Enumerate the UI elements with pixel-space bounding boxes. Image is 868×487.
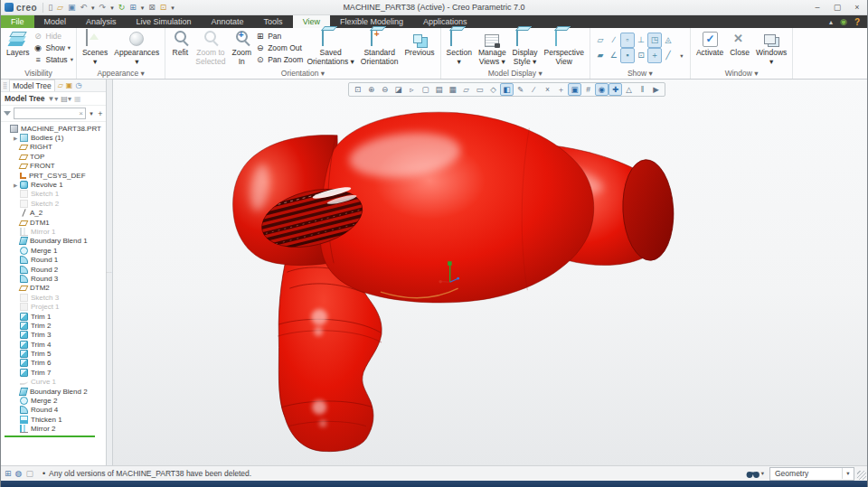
spacer[interactable] [675, 33, 689, 48]
tree-columns-icon[interactable]: ▤▾ [61, 95, 71, 103]
tree-item[interactable]: ▶ Bodies (1) [1, 133, 106, 142]
expand-arrow-icon[interactable]: ▶ [14, 136, 20, 141]
refit-button[interactable]: Refit [168, 29, 192, 59]
tree-item[interactable]: ▶ Curve 1 [1, 378, 106, 387]
status-button[interactable]: ≡Status▾ [33, 54, 73, 65]
zoom-in-button[interactable]: Zoom In [229, 29, 254, 67]
axis-tag-display-toggle[interactable]: ∕ [607, 33, 621, 48]
model-tree-tab[interactable]: Model Tree [9, 80, 55, 91]
tree-item[interactable]: ▶ Trim 1 [1, 312, 106, 321]
point-display-toggle[interactable]: ▪ [620, 48, 635, 63]
redo-icon[interactable]: ↷ [99, 3, 108, 13]
connections-icon[interactable]: ◍ [15, 469, 23, 478]
tree-item[interactable]: ▶ Trim 6 [1, 359, 106, 368]
tree-item[interactable]: ▶ TOP [1, 152, 106, 161]
undo-icon[interactable]: ↶ [80, 3, 89, 13]
minimize-ribbon-icon[interactable]: ▴ [829, 18, 833, 26]
plane-display-toggle[interactable]: ▰ [593, 48, 608, 63]
expand-all-icon[interactable]: + [97, 109, 104, 118]
tree-item[interactable]: ▶ Mirror 1 [1, 227, 106, 236]
tree-item[interactable]: ▶ MACHINE_PART38.PRT [1, 124, 106, 133]
search-dropdown-icon[interactable]: ▾ [88, 110, 95, 117]
tree-item[interactable]: ▶ Round 1 [1, 255, 106, 264]
tree-item[interactable]: ▶ Boundary Blend 1 [1, 237, 106, 246]
csys-display-toggle[interactable]: ⊡ [634, 48, 648, 63]
tree-item[interactable]: ▶ Trim 4 [1, 340, 106, 349]
activate-button[interactable]: Activate [693, 29, 726, 59]
spin-center-toggle[interactable]: ＋ [647, 48, 662, 63]
tree-item[interactable]: ▶ Mirror 2 [1, 425, 106, 434]
tree-settings-icon[interactable]: ▦ [74, 95, 81, 103]
favorites-icon[interactable]: ▣ [66, 81, 73, 89]
minimize-button[interactable]: – [807, 1, 827, 14]
tree-item[interactable]: ▶ Sketch 3 [1, 293, 106, 302]
redo-dropdown-icon[interactable]: ▾ [109, 3, 115, 13]
previous-view-button[interactable]: Previous [401, 29, 437, 59]
undo-dropdown-icon[interactable]: ▾ [90, 3, 96, 13]
model-check-icon[interactable]: ▢ [25, 469, 33, 478]
tree-item[interactable]: ▶ RIGHT [1, 143, 106, 152]
panel-splitter[interactable]: ⋮ [107, 80, 113, 465]
zoom-out-button[interactable]: ⊖Zoom Out [255, 42, 303, 53]
pan-button[interactable]: ⊞Pan [255, 31, 303, 42]
graphics-area[interactable]: ⊡⊕⊖◪▹▢▤▦▱▭◇◧✎∕×＋▣#◉✚△‖▶ [113, 80, 867, 465]
tree-item[interactable]: ▶ Thicken 1 [1, 415, 106, 424]
appearances-button[interactable]: Appearances ▾ [111, 29, 162, 67]
tree-item[interactable]: ▶ Trim 5 [1, 349, 106, 358]
close-window-button[interactable]: Close [727, 29, 752, 59]
tree-item[interactable]: ▶ Sketch 1 [1, 190, 106, 199]
maximize-button[interactable]: ▢ [827, 1, 847, 14]
tree-item[interactable]: ▶ Revolve 1 [1, 180, 106, 189]
insert-here-indicator[interactable] [5, 435, 95, 437]
history-icon[interactable]: ◷ [75, 81, 81, 89]
dragger-display-toggle[interactable]: ◬ [661, 33, 675, 48]
plane-tag-display-toggle[interactable]: ▱ [593, 33, 608, 48]
show-more-dropdown[interactable]: ▾ [675, 48, 689, 63]
saved-orientations-button[interactable]: Saved Orientations ▾ [304, 29, 356, 67]
save-icon[interactable]: ▣ [67, 3, 77, 13]
open-file-icon[interactable]: ▱ [56, 3, 64, 13]
tab-applications[interactable]: Applications [413, 15, 477, 28]
tree-item[interactable]: ▶ Round 3 [1, 274, 106, 283]
display-style-button[interactable]: Display Style ▾ [510, 29, 541, 67]
perspective-view-button[interactable]: Perspective View [541, 29, 586, 67]
user-account-icon[interactable]: ◉ [840, 17, 847, 26]
tree-item[interactable]: ▶ FRONT [1, 162, 106, 171]
tab-file[interactable]: File [1, 15, 34, 28]
tree-item[interactable]: ▶ DTM2 [1, 284, 106, 293]
customize-toolbar-icon[interactable]: ▾ [170, 3, 175, 13]
folder-browser-icon[interactable]: ▱ [58, 81, 63, 89]
section-button[interactable]: Section ▾ [444, 29, 475, 67]
tab-analysis[interactable]: Analysis [76, 15, 127, 28]
tree-item[interactable]: ▶ Round 2 [1, 265, 106, 274]
pan-zoom-button[interactable]: ⊙Pan Zoom [255, 54, 303, 65]
window-settings-dropdown-icon[interactable]: ▾ [140, 3, 146, 13]
help-icon[interactable]: ? [854, 17, 860, 27]
tree-item[interactable]: ▶ Trim 7 [1, 368, 106, 377]
tree-filters-icon[interactable]: ▼▾ [47, 95, 58, 103]
tab-annotate[interactable]: Annotate [202, 15, 254, 28]
csys-tag-display-toggle[interactable]: ⊥ [634, 33, 648, 48]
expand-arrow-icon[interactable]: ▶ [14, 183, 20, 188]
tree-item[interactable]: ▶ PRT_CSYS_DEF [1, 171, 106, 180]
axis-display-toggle[interactable]: ∠ [607, 48, 621, 63]
filter-funnel-icon[interactable] [4, 111, 11, 116]
zoom-to-selected-button[interactable]: Zoom to Selected [193, 29, 228, 67]
annotation-display-toggle[interactable]: ╱ [661, 48, 675, 63]
tree-search-input[interactable]: × [14, 108, 86, 119]
clear-search-icon[interactable]: × [79, 109, 83, 117]
standard-orientation-button[interactable]: Standard Orientation [358, 29, 401, 67]
tab-live-simulation[interactable]: Live Simulation [127, 15, 202, 28]
tree-item[interactable]: ▶ Round 4 [1, 406, 106, 415]
tree-item[interactable]: ▶ Trim 2 [1, 321, 106, 330]
scenes-button[interactable]: Scenes ▾ [80, 29, 110, 67]
tree-item[interactable]: ▶ Trim 3 [1, 331, 106, 340]
tab-flexible-modeling[interactable]: Flexible Modeling [330, 15, 413, 28]
new-window-icon[interactable]: ⊡ [159, 3, 168, 13]
annotation-tag-display-toggle[interactable]: ◳ [647, 33, 662, 48]
tab-model[interactable]: Model [34, 15, 77, 28]
tree-item[interactable]: ▶ Boundary Blend 2 [1, 387, 106, 396]
regenerate-icon[interactable]: ↻ [118, 3, 127, 13]
show-button[interactable]: ◉Show▾ [33, 42, 73, 53]
selection-filter-dropdown[interactable]: Geometry ▾ [769, 467, 854, 481]
